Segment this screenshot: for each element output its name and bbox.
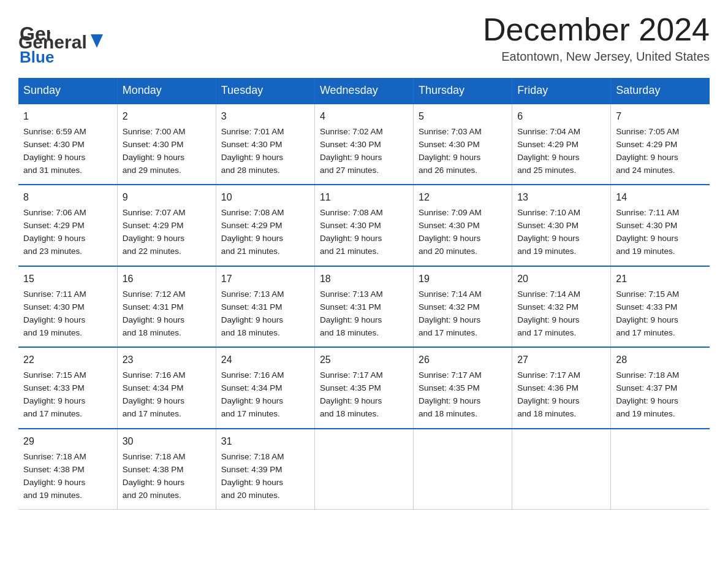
calendar-day-cell: 3Sunrise: 7:01 AMSunset: 4:30 PMDaylight… [216, 104, 314, 185]
day-info: Sunrise: 7:08 AMSunset: 4:29 PMDaylight:… [221, 208, 284, 256]
day-info: Sunrise: 7:14 AMSunset: 4:32 PMDaylight:… [517, 289, 580, 337]
col-header-saturday: Saturday [611, 78, 710, 104]
day-number: 8 [23, 190, 112, 205]
day-number: 7 [616, 109, 705, 124]
calendar-day-cell: 12Sunrise: 7:09 AMSunset: 4:30 PMDayligh… [414, 185, 512, 266]
col-header-sunday: Sunday [18, 78, 117, 104]
day-number: 10 [221, 190, 309, 205]
day-info: Sunrise: 7:07 AMSunset: 4:29 PMDaylight:… [123, 208, 186, 256]
title-block: December 2024 Eatontown, New Jersey, Uni… [483, 12, 710, 64]
calendar-day-cell: 8Sunrise: 7:06 AMSunset: 4:29 PMDaylight… [18, 185, 117, 266]
day-number: 27 [517, 353, 605, 368]
day-info: Sunrise: 7:17 AMSunset: 4:35 PMDaylight:… [320, 370, 383, 418]
day-number: 15 [23, 272, 112, 287]
calendar-day-cell: 9Sunrise: 7:07 AMSunset: 4:29 PMDaylight… [117, 185, 216, 266]
day-info: Sunrise: 7:13 AMSunset: 4:31 PMDaylight:… [320, 289, 383, 337]
day-info: Sunrise: 7:17 AMSunset: 4:35 PMDaylight:… [419, 370, 482, 418]
day-number: 16 [123, 272, 211, 287]
day-number: 11 [320, 190, 408, 205]
day-info: Sunrise: 7:11 AMSunset: 4:30 PMDaylight:… [616, 208, 679, 256]
day-info: Sunrise: 7:05 AMSunset: 4:29 PMDaylight:… [616, 127, 679, 175]
day-info: Sunrise: 7:11 AMSunset: 4:30 PMDaylight:… [23, 289, 86, 337]
page-header: General General Blue December 2024 Eaton… [18, 12, 710, 67]
calendar-day-cell: 23Sunrise: 7:16 AMSunset: 4:34 PMDayligh… [117, 347, 216, 428]
svg-marker-1 [91, 34, 103, 48]
day-number: 3 [221, 109, 309, 124]
calendar-day-cell: 24Sunrise: 7:16 AMSunset: 4:34 PMDayligh… [216, 347, 314, 428]
calendar-day-cell: 10Sunrise: 7:08 AMSunset: 4:29 PMDayligh… [216, 185, 314, 266]
calendar-day-cell: 17Sunrise: 7:13 AMSunset: 4:31 PMDayligh… [216, 266, 314, 347]
day-info: Sunrise: 7:06 AMSunset: 4:29 PMDaylight:… [23, 208, 86, 256]
location-title: Eatontown, New Jersey, United States [483, 50, 710, 64]
day-number: 18 [320, 272, 408, 287]
calendar-week-row: 8Sunrise: 7:06 AMSunset: 4:29 PMDaylight… [18, 185, 710, 266]
calendar-day-cell: 11Sunrise: 7:08 AMSunset: 4:30 PMDayligh… [314, 185, 413, 266]
calendar-day-cell: 6Sunrise: 7:04 AMSunset: 4:29 PMDaylight… [512, 104, 611, 185]
day-info: Sunrise: 6:59 AMSunset: 4:30 PMDaylight:… [23, 127, 86, 175]
day-info: Sunrise: 7:15 AMSunset: 4:33 PMDaylight:… [23, 370, 86, 418]
logo: General General Blue [18, 18, 103, 67]
calendar-day-cell: 25Sunrise: 7:17 AMSunset: 4:35 PMDayligh… [314, 347, 413, 428]
day-info: Sunrise: 7:12 AMSunset: 4:31 PMDaylight:… [123, 289, 186, 337]
day-number: 30 [123, 434, 211, 450]
calendar-day-cell: 13Sunrise: 7:10 AMSunset: 4:30 PMDayligh… [512, 185, 611, 266]
day-number: 22 [23, 353, 112, 368]
calendar-day-cell: 19Sunrise: 7:14 AMSunset: 4:32 PMDayligh… [414, 266, 512, 347]
calendar-empty-cell [611, 429, 710, 510]
day-info: Sunrise: 7:10 AMSunset: 4:30 PMDaylight:… [517, 208, 580, 256]
day-number: 12 [419, 190, 507, 205]
day-info: Sunrise: 7:16 AMSunset: 4:34 PMDaylight:… [221, 370, 284, 418]
day-info: Sunrise: 7:18 AMSunset: 4:38 PMDaylight:… [123, 452, 186, 500]
day-number: 25 [320, 353, 408, 368]
day-number: 31 [221, 434, 309, 450]
day-number: 2 [123, 109, 211, 124]
day-info: Sunrise: 7:17 AMSunset: 4:36 PMDaylight:… [517, 370, 580, 418]
calendar-week-row: 22Sunrise: 7:15 AMSunset: 4:33 PMDayligh… [18, 347, 710, 428]
day-number: 28 [616, 353, 705, 368]
calendar-day-cell: 21Sunrise: 7:15 AMSunset: 4:33 PMDayligh… [611, 266, 710, 347]
col-header-monday: Monday [117, 78, 216, 104]
day-number: 13 [517, 190, 605, 205]
month-title: December 2024 [483, 12, 710, 47]
calendar-empty-cell [314, 429, 413, 510]
calendar-day-cell: 20Sunrise: 7:14 AMSunset: 4:32 PMDayligh… [512, 266, 611, 347]
calendar-day-cell: 1Sunrise: 6:59 AMSunset: 4:30 PMDaylight… [18, 104, 117, 185]
day-number: 26 [419, 353, 507, 368]
col-header-thursday: Thursday [414, 78, 512, 104]
calendar-day-cell: 18Sunrise: 7:13 AMSunset: 4:31 PMDayligh… [314, 266, 413, 347]
day-info: Sunrise: 7:13 AMSunset: 4:31 PMDaylight:… [221, 289, 284, 337]
day-info: Sunrise: 7:18 AMSunset: 4:38 PMDaylight:… [23, 452, 86, 500]
calendar-empty-cell [414, 429, 512, 510]
day-number: 9 [123, 190, 211, 205]
calendar-day-cell: 30Sunrise: 7:18 AMSunset: 4:38 PMDayligh… [117, 429, 216, 510]
logo-blue-text: Blue [20, 48, 54, 66]
calendar-week-row: 1Sunrise: 6:59 AMSunset: 4:30 PMDaylight… [18, 104, 710, 185]
calendar-day-cell: 22Sunrise: 7:15 AMSunset: 4:33 PMDayligh… [18, 347, 117, 428]
col-header-friday: Friday [512, 78, 611, 104]
calendar-day-cell: 15Sunrise: 7:11 AMSunset: 4:30 PMDayligh… [18, 266, 117, 347]
calendar-day-cell: 14Sunrise: 7:11 AMSunset: 4:30 PMDayligh… [611, 185, 710, 266]
day-info: Sunrise: 7:04 AMSunset: 4:29 PMDaylight:… [517, 127, 580, 175]
calendar-day-cell: 4Sunrise: 7:02 AMSunset: 4:30 PMDaylight… [314, 104, 413, 185]
day-number: 6 [517, 109, 605, 124]
calendar-day-cell: 28Sunrise: 7:18 AMSunset: 4:37 PMDayligh… [611, 347, 710, 428]
calendar-table: SundayMondayTuesdayWednesdayThursdayFrid… [18, 78, 710, 510]
calendar-day-cell: 29Sunrise: 7:18 AMSunset: 4:38 PMDayligh… [18, 429, 117, 510]
day-info: Sunrise: 7:09 AMSunset: 4:30 PMDaylight:… [419, 208, 482, 256]
calendar-week-row: 29Sunrise: 7:18 AMSunset: 4:38 PMDayligh… [18, 429, 710, 510]
calendar-day-cell: 16Sunrise: 7:12 AMSunset: 4:31 PMDayligh… [117, 266, 216, 347]
calendar-day-cell: 5Sunrise: 7:03 AMSunset: 4:30 PMDaylight… [414, 104, 512, 185]
day-number: 24 [221, 353, 309, 368]
day-info: Sunrise: 7:18 AMSunset: 4:37 PMDaylight:… [616, 370, 679, 418]
day-number: 4 [320, 109, 408, 124]
day-number: 5 [419, 109, 507, 124]
logo-triangle-icon [91, 34, 103, 48]
day-info: Sunrise: 7:00 AMSunset: 4:30 PMDaylight:… [123, 127, 186, 175]
day-info: Sunrise: 7:15 AMSunset: 4:33 PMDaylight:… [616, 289, 679, 337]
day-number: 29 [23, 434, 112, 450]
day-info: Sunrise: 7:16 AMSunset: 4:34 PMDaylight:… [123, 370, 186, 418]
day-info: Sunrise: 7:03 AMSunset: 4:30 PMDaylight:… [419, 127, 482, 175]
day-info: Sunrise: 7:18 AMSunset: 4:39 PMDaylight:… [221, 452, 284, 500]
calendar-day-cell: 26Sunrise: 7:17 AMSunset: 4:35 PMDayligh… [414, 347, 512, 428]
day-number: 19 [419, 272, 507, 287]
